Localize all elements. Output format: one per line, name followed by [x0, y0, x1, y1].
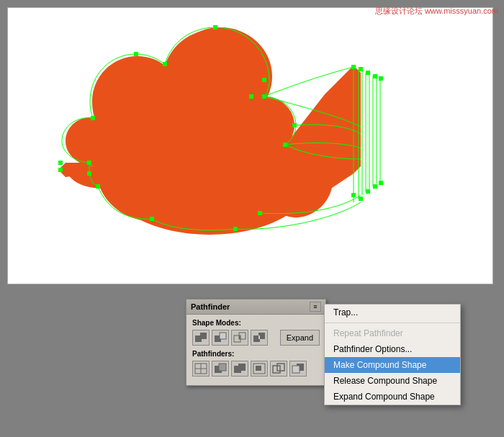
pathfinder-body: Shape Modes: Expand Pathfinders:	[186, 315, 325, 385]
svg-rect-24	[366, 71, 370, 75]
divide-icon[interactable]	[192, 361, 210, 377]
menu-item-options[interactable]: Pathfinder Options...	[325, 341, 460, 357]
svg-rect-10	[58, 161, 63, 165]
svg-rect-55	[256, 366, 261, 371]
svg-rect-16	[163, 62, 167, 66]
svg-rect-51	[219, 364, 226, 371]
pathfinder-titlebar: Pathfinder ≡	[186, 299, 325, 315]
svg-rect-27	[351, 193, 356, 197]
outline-icon[interactable]	[270, 361, 287, 377]
svg-rect-20	[292, 123, 297, 127]
svg-rect-21	[283, 143, 287, 147]
shape-container	[51, 22, 426, 260]
exclude-icon[interactable]	[251, 330, 268, 346]
svg-rect-36	[249, 94, 253, 99]
svg-rect-26	[379, 76, 383, 81]
pathfinder-menu-button[interactable]: ≡	[310, 302, 321, 312]
pathfinders-label: Pathfinders:	[192, 350, 320, 358]
svg-rect-56	[273, 366, 280, 373]
menu-item-repeat: Repeat Pathfinder	[325, 325, 460, 341]
crop-icon[interactable]	[251, 361, 268, 377]
svg-rect-23	[359, 67, 363, 71]
svg-rect-34	[258, 211, 262, 215]
expand-button[interactable]: Expand	[280, 330, 320, 346]
svg-rect-38	[200, 333, 207, 339]
svg-rect-11	[58, 168, 63, 172]
svg-rect-57	[277, 364, 284, 371]
svg-rect-33	[233, 227, 238, 231]
trim-icon[interactable]	[212, 361, 229, 377]
svg-rect-17	[213, 25, 217, 30]
svg-rect-22	[351, 65, 356, 69]
context-menu: Trap... Repeat Pathfinder Pathfinder Opt…	[324, 304, 461, 405]
minus-back-icon[interactable]	[289, 361, 307, 377]
svg-rect-13	[87, 171, 91, 176]
svg-rect-25	[373, 74, 377, 78]
svg-rect-35	[96, 184, 100, 189]
pathfinder-title: Pathfinder	[191, 302, 230, 311]
pathfinder-panel: Pathfinder ≡ Shape Modes: Expand Pathfin…	[186, 299, 326, 386]
svg-rect-30	[373, 184, 377, 189]
canvas-area	[7, 7, 493, 284]
svg-rect-32	[150, 217, 154, 221]
menu-item-trap[interactable]: Trap...	[325, 305, 460, 320]
watermark: 思缘设计论坛 www.misssyuan.com	[375, 6, 498, 17]
shape-modes-label: Shape Modes:	[192, 319, 320, 327]
svg-rect-19	[262, 94, 266, 99]
svg-rect-59	[292, 366, 300, 373]
svg-rect-46	[258, 335, 260, 339]
svg-rect-18	[262, 78, 266, 82]
svg-rect-40	[220, 333, 226, 339]
menu-separator-1	[325, 323, 460, 323]
unite-icon[interactable]	[192, 330, 210, 346]
path-overlay	[51, 22, 426, 260]
svg-rect-15	[134, 52, 138, 56]
svg-rect-28	[359, 197, 363, 201]
svg-rect-29	[366, 189, 370, 194]
svg-rect-53	[238, 364, 246, 371]
intersect-icon[interactable]	[231, 330, 248, 346]
shape-modes-row: Expand	[192, 330, 320, 346]
minus-front-icon[interactable]	[212, 330, 229, 346]
menu-item-expand-compound[interactable]: Expand Compound Shape	[325, 389, 460, 405]
merge-icon[interactable]	[231, 361, 248, 377]
svg-rect-12	[87, 161, 91, 165]
menu-item-release-compound[interactable]: Release Compound Shape	[325, 373, 460, 389]
svg-rect-43	[239, 335, 240, 339]
pathfinders-row	[192, 361, 320, 377]
svg-rect-14	[91, 116, 95, 120]
menu-item-make-compound[interactable]: Make Compound Shape	[325, 357, 460, 373]
svg-rect-31	[379, 181, 383, 185]
